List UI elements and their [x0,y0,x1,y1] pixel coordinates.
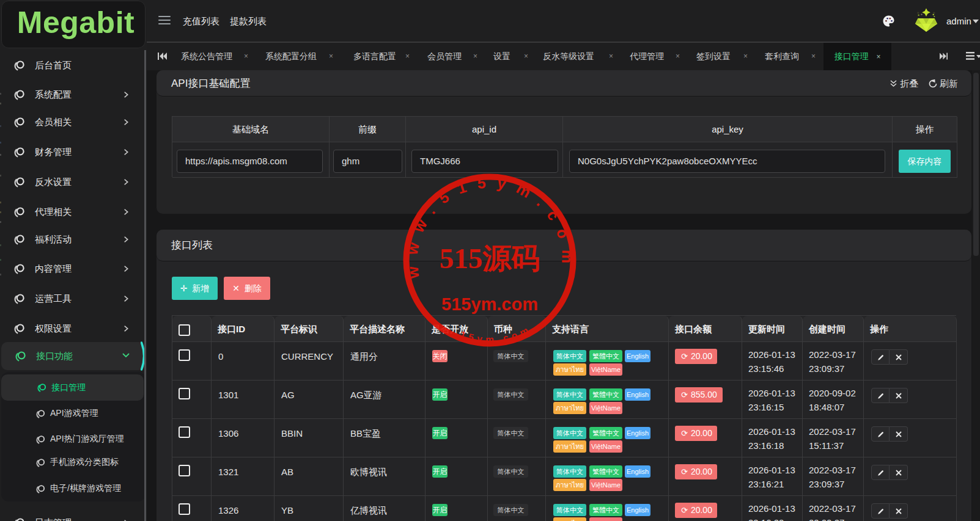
svg-text:515ym.com: 515ym.com [441,294,538,314]
svg-text:15ym.com: 15ym.com [459,323,533,344]
svg-text:515源码: 515源码 [440,242,540,274]
